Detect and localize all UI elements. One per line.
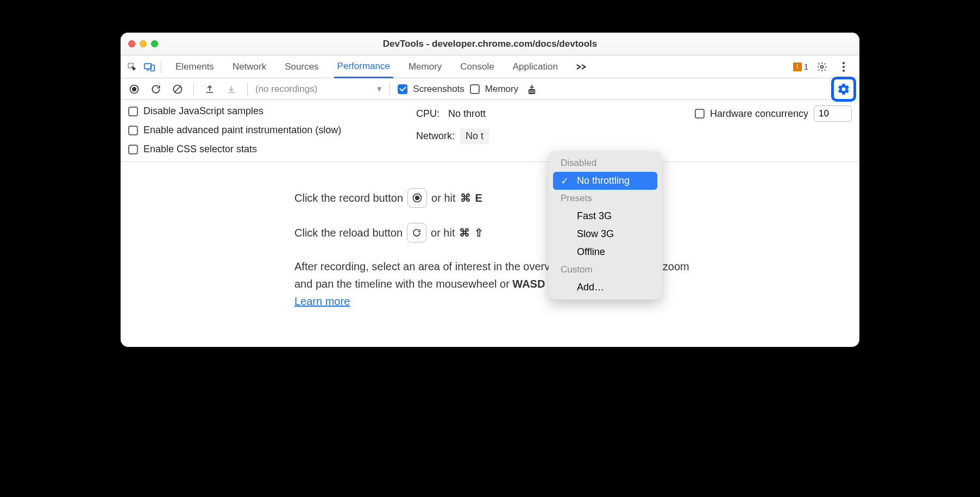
reload-keycap-icon xyxy=(407,223,426,243)
enable-paint-label: Enable advanced paint instrumentation (s… xyxy=(143,125,341,136)
performance-empty-state: Click the record button or hit ⌘ E ding.… xyxy=(121,162,859,347)
window-title: DevTools - developer.chrome.com/docs/dev… xyxy=(121,39,859,49)
svg-point-5 xyxy=(843,66,845,68)
upload-button[interactable] xyxy=(202,81,218,97)
capture-settings-button[interactable] xyxy=(831,77,856,102)
clear-button[interactable] xyxy=(169,81,186,97)
svg-point-8 xyxy=(132,86,136,91)
recordings-select[interactable]: (no recordings) ▾ xyxy=(255,83,382,95)
learn-more-link[interactable]: Learn more xyxy=(294,295,350,307)
capture-settings-panel: Disable JavaScript samples Enable advanc… xyxy=(121,100,859,162)
hw-concurrency-input[interactable] xyxy=(814,105,852,122)
memory-label: Memory xyxy=(485,84,518,95)
disable-js-checkbox[interactable] xyxy=(128,107,138,116)
performance-toolbar: (no recordings) ▾ Screenshots Memory xyxy=(121,78,859,100)
more-tabs-icon[interactable] xyxy=(573,59,589,75)
dropdown-item-slow3g[interactable]: Slow 3G xyxy=(553,225,657,243)
enable-css-label: Enable CSS selector stats xyxy=(143,144,257,155)
disable-js-label: Disable JavaScript samples xyxy=(143,105,263,117)
close-window-button[interactable] xyxy=(128,40,135,47)
device-toggle-icon[interactable] xyxy=(141,59,158,75)
dropdown-group-disabled: Disabled xyxy=(551,154,659,172)
download-button[interactable] xyxy=(223,81,240,97)
dropdown-item-add[interactable]: Add… xyxy=(553,278,657,296)
settings-gear-icon[interactable] xyxy=(814,59,830,75)
network-throttling-dropdown: Disabled No throttling Presets Fast 3G S… xyxy=(549,151,662,300)
tabsbar: Elements Network Sources Performance Mem… xyxy=(121,55,859,78)
maximize-window-button[interactable] xyxy=(151,40,158,47)
record-keycap-icon xyxy=(407,188,427,208)
svg-point-6 xyxy=(843,70,845,72)
minimize-window-button[interactable] xyxy=(140,40,147,47)
tab-network[interactable]: Network xyxy=(229,55,269,78)
reload-button[interactable] xyxy=(148,81,164,97)
titlebar: DevTools - developer.chrome.com/docs/dev… xyxy=(121,33,859,55)
cpu-label: CPU: xyxy=(416,108,439,120)
tab-elements[interactable]: Elements xyxy=(172,55,217,78)
record-button[interactable] xyxy=(126,81,142,97)
caret-down-icon: ▾ xyxy=(377,83,382,95)
hw-concurrency-checkbox[interactable] xyxy=(695,109,705,119)
svg-rect-1 xyxy=(145,64,152,69)
dropdown-item-no-throttling[interactable]: No throttling xyxy=(553,172,657,190)
recordings-label: (no recordings) xyxy=(255,84,317,95)
tab-application[interactable]: Application xyxy=(510,55,561,78)
garbage-collect-icon[interactable] xyxy=(524,81,540,97)
warning-icon xyxy=(793,63,802,71)
memory-checkbox[interactable] xyxy=(470,84,480,94)
svg-point-12 xyxy=(415,196,419,200)
tab-performance[interactable]: Performance xyxy=(334,56,393,78)
tabsbar-right: 1 xyxy=(793,59,856,75)
dropdown-group-custom: Custom xyxy=(551,261,659,278)
enable-paint-checkbox[interactable] xyxy=(128,126,138,135)
window-controls xyxy=(128,40,158,47)
svg-point-4 xyxy=(843,62,845,64)
enable-css-checkbox[interactable] xyxy=(128,145,138,154)
inspect-icon[interactable] xyxy=(124,59,140,75)
kebab-menu-icon[interactable] xyxy=(835,59,852,75)
dropdown-item-offline[interactable]: Offline xyxy=(553,243,657,261)
network-label: Network: xyxy=(416,131,455,142)
screenshots-label: Screenshots xyxy=(413,84,464,95)
issues-count: 1 xyxy=(804,62,808,71)
dropdown-item-fast3g[interactable]: Fast 3G xyxy=(553,207,657,225)
hw-concurrency-label: Hardware concurrency xyxy=(710,108,808,120)
dropdown-group-presets: Presets xyxy=(551,190,659,207)
devtools-window: DevTools - developer.chrome.com/docs/dev… xyxy=(121,33,859,347)
cpu-select[interactable]: No thrott xyxy=(445,108,486,120)
tab-sources[interactable]: Sources xyxy=(281,55,322,78)
network-select[interactable]: No t xyxy=(460,128,489,144)
tab-memory[interactable]: Memory xyxy=(405,55,445,78)
svg-point-3 xyxy=(821,65,824,68)
issues-badge[interactable]: 1 xyxy=(793,62,808,71)
panel-tabs: Elements Network Sources Performance Mem… xyxy=(172,55,792,78)
tab-console[interactable]: Console xyxy=(457,55,497,78)
screenshots-checkbox[interactable] xyxy=(398,84,407,94)
